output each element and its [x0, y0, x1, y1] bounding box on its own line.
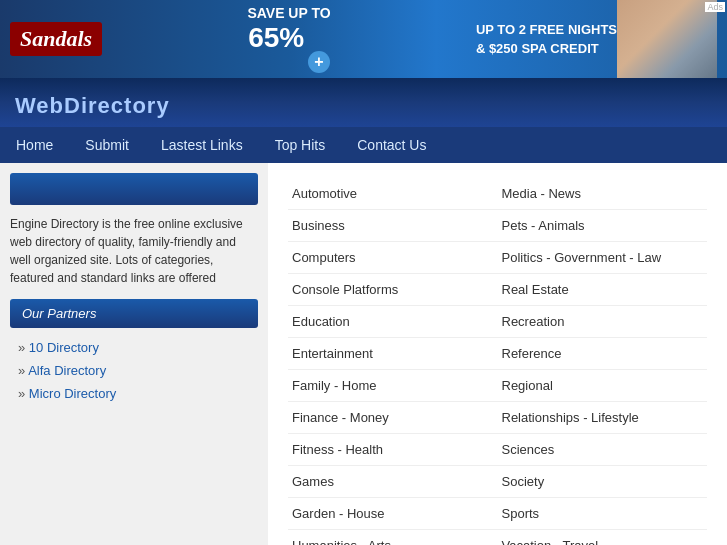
category-society: Society: [498, 466, 708, 498]
category-link-relationships[interactable]: Relationships - Lifestyle: [502, 410, 639, 425]
nav-home[interactable]: Home: [0, 127, 69, 163]
main-content: Engine Directory is the free online excl…: [0, 163, 727, 545]
category-link-recreation[interactable]: Recreation: [502, 314, 565, 329]
partner-link-0[interactable]: 10 Directory: [29, 340, 99, 355]
partner-item-1: Alfa Directory: [10, 359, 258, 382]
category-pets: Pets - Animals: [498, 210, 708, 242]
category-link-family[interactable]: Family - Home: [292, 378, 377, 393]
category-politics: Politics - Government - Law: [498, 242, 708, 274]
category-finance: Finance - Money: [288, 402, 498, 434]
ad-right-line2: & $250 SPA CREDIT: [476, 39, 617, 59]
category-automotive: Automotive: [288, 178, 498, 210]
category-regional: Regional: [498, 370, 708, 402]
category-education: Education: [288, 306, 498, 338]
category-link-regional[interactable]: Regional: [502, 378, 553, 393]
category-business: Business: [288, 210, 498, 242]
category-link-computers[interactable]: Computers: [292, 250, 356, 265]
category-garden: Garden - House: [288, 498, 498, 530]
categories-grid: Automotive Media - News Business Pets - …: [268, 163, 727, 545]
category-sciences: Sciences: [498, 434, 708, 466]
partner-link-2[interactable]: Micro Directory: [29, 386, 116, 401]
ad-people-image: [617, 0, 717, 78]
category-entertainment: Entertainment: [288, 338, 498, 370]
category-link-garden[interactable]: Garden - House: [292, 506, 385, 521]
ad-percent-number: 65: [248, 22, 279, 53]
sidebar: Engine Directory is the free online excl…: [0, 163, 268, 545]
category-link-business[interactable]: Business: [292, 218, 345, 233]
nav-submit[interactable]: Submit: [69, 127, 145, 163]
category-console: Console Platforms: [288, 274, 498, 306]
category-link-finance[interactable]: Finance - Money: [292, 410, 389, 425]
sandals-logo: Sandals: [10, 22, 102, 56]
category-link-politics[interactable]: Politics - Government - Law: [502, 250, 662, 265]
category-link-sciences[interactable]: Sciences: [502, 442, 555, 457]
category-computers: Computers: [288, 242, 498, 274]
category-family: Family - Home: [288, 370, 498, 402]
sidebar-description: Engine Directory is the free online excl…: [10, 215, 258, 287]
ad-plus: +: [308, 51, 330, 73]
ad-label: Ads: [705, 2, 725, 12]
category-link-media-news[interactable]: Media - News: [502, 186, 581, 201]
ad-percent: 65%: [248, 18, 304, 76]
logo: WebDirectory: [15, 88, 712, 127]
category-humanities: Humanities - Arts: [288, 530, 498, 545]
category-link-fitness[interactable]: Fitness - Health: [292, 442, 383, 457]
category-sports: Sports: [498, 498, 708, 530]
category-link-pets[interactable]: Pets - Animals: [502, 218, 585, 233]
ad-percent-symbol: %: [279, 22, 304, 53]
category-link-entertainment[interactable]: Entertainment: [292, 346, 373, 361]
category-vacation: Vacation - Travel: [498, 530, 708, 545]
ad-right-text: UP TO 2 FREE NIGHTS & $250 SPA CREDIT: [476, 20, 617, 59]
partner-link-1[interactable]: Alfa Directory: [28, 363, 106, 378]
partner-item-0: 10 Directory: [10, 336, 258, 359]
logo-part1: Web: [15, 93, 64, 118]
category-link-automotive[interactable]: Automotive: [292, 186, 357, 201]
category-link-realestate[interactable]: Real Estate: [502, 282, 569, 297]
category-link-humanities[interactable]: Humanities - Arts: [292, 538, 391, 545]
category-link-reference[interactable]: Reference: [502, 346, 562, 361]
ad-text: SAVE UP TO 65% +: [102, 5, 476, 73]
partner-item-2: Micro Directory: [10, 382, 258, 405]
logo-part2: Directory: [64, 93, 170, 118]
nav-lastest-links[interactable]: Lastest Links: [145, 127, 259, 163]
category-realestate: Real Estate: [498, 274, 708, 306]
nav-top-hits[interactable]: Top Hits: [259, 127, 342, 163]
ad-banner: Ads Sandals SAVE UP TO 65% + UP TO 2 FRE…: [0, 0, 727, 78]
sidebar-header-bar: [10, 173, 258, 205]
category-fitness: Fitness - Health: [288, 434, 498, 466]
nav-contact-us[interactable]: Contact Us: [341, 127, 442, 163]
category-link-vacation[interactable]: Vacation - Travel: [502, 538, 599, 545]
category-link-sports[interactable]: Sports: [502, 506, 540, 521]
category-recreation: Recreation: [498, 306, 708, 338]
category-games: Games: [288, 466, 498, 498]
header: WebDirectory: [0, 78, 727, 127]
category-link-society[interactable]: Society: [502, 474, 545, 489]
navbar: Home Submit Lastest Links Top Hits Conta…: [0, 127, 727, 163]
our-partners-label: Our Partners: [10, 299, 258, 328]
category-link-games[interactable]: Games: [292, 474, 334, 489]
ad-right-line1: UP TO 2 FREE NIGHTS: [476, 20, 617, 40]
category-relationships: Relationships - Lifestyle: [498, 402, 708, 434]
category-reference: Reference: [498, 338, 708, 370]
category-link-console[interactable]: Console Platforms: [292, 282, 398, 297]
category-link-education[interactable]: Education: [292, 314, 350, 329]
category-media-news: Media - News: [498, 178, 708, 210]
